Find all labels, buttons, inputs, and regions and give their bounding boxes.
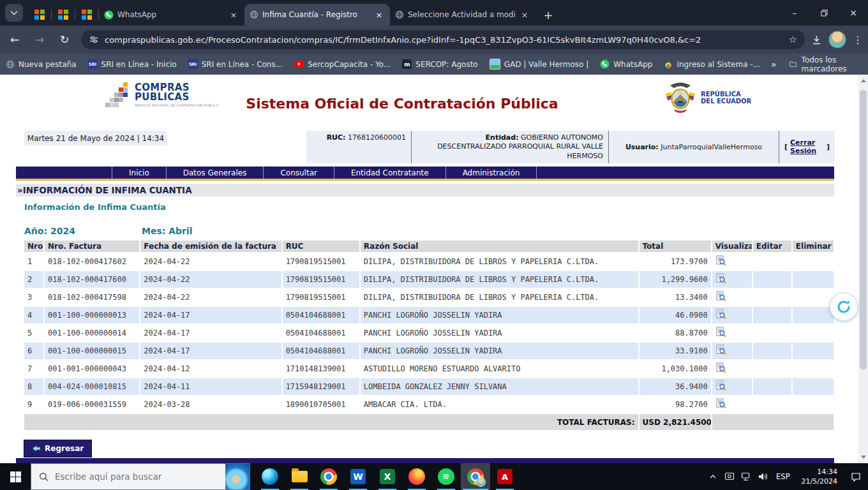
visualizar-button[interactable] xyxy=(715,398,726,411)
forward-button[interactable]: → xyxy=(29,29,50,50)
cell-nro: 6 xyxy=(24,343,43,359)
cell-fecha: 2024-04-17 xyxy=(140,307,281,323)
table-row: 3018-102-0004175982024-04-22179081951500… xyxy=(24,289,834,306)
volume-button[interactable] xyxy=(754,463,771,490)
column-header-editar: Editar xyxy=(753,241,791,252)
cell-total: 88.8700 xyxy=(640,325,711,341)
taskbar-app-edge[interactable] xyxy=(255,463,285,490)
browser-tab-2[interactable]: Infima Cuantía - Registro× xyxy=(244,4,390,26)
bookmark-item-8[interactable]: Ingreso al Sistema -... xyxy=(664,60,760,69)
clock[interactable]: 14:34 21/5/2024 xyxy=(795,467,844,487)
visualizar-button[interactable] xyxy=(715,362,726,375)
menu-item-entidad-contratante[interactable]: Entidad Contratante xyxy=(334,167,445,179)
chevron-down-icon xyxy=(10,10,18,15)
cell-eliminar xyxy=(793,343,834,359)
bookmark-label: WhatsApp xyxy=(613,60,652,69)
search-input[interactable] xyxy=(54,471,225,482)
site-info-icon[interactable] xyxy=(89,34,99,45)
taskbar-app-firefox[interactable] xyxy=(402,463,431,490)
close-window-button[interactable]: × xyxy=(839,0,868,26)
cell-ruc: 0504104688001 xyxy=(283,307,359,323)
visualizar-button[interactable] xyxy=(715,380,726,393)
tab-search-button[interactable] xyxy=(5,4,23,22)
cell-editar xyxy=(753,360,791,377)
menu-item-consultar[interactable]: Consultar xyxy=(263,167,334,179)
cell-eliminar xyxy=(793,378,834,395)
scroll-up-arrow[interactable] xyxy=(858,76,868,85)
total-row: TOTAL FACTURAS:USD 2,821.4500 xyxy=(24,414,834,430)
gold-divider xyxy=(16,179,834,181)
cell-ruc: 1710148139001 xyxy=(283,360,359,377)
table-header-row: NroNro. FacturaFecha de emisión de la fa… xyxy=(24,241,834,252)
scrollbar-thumb[interactable] xyxy=(860,90,867,369)
bookmark-star-icon[interactable]: ☆ xyxy=(789,34,797,45)
bookmark-item-5[interactable]: mSERCOP: Agosto xyxy=(402,59,477,69)
tray-chevron-button[interactable] xyxy=(705,463,721,490)
visualizar-button[interactable] xyxy=(715,273,726,286)
search-highlight-image[interactable] xyxy=(225,464,250,489)
taskbar-search[interactable] xyxy=(31,463,250,490)
floating-widget[interactable] xyxy=(830,293,858,321)
language-indicator[interactable]: ESP xyxy=(771,472,795,481)
menu-item-inicio[interactable]: Inicio xyxy=(112,167,166,179)
cell-total: 13.3400 xyxy=(640,289,711,306)
browser-menu-icon[interactable]: ⋮ xyxy=(853,34,863,46)
logout-suffix: ] xyxy=(827,143,830,151)
ecuador-emblem-icon xyxy=(664,60,673,69)
entity-label: Entidad: xyxy=(486,133,519,142)
network-button[interactable] xyxy=(738,463,754,490)
cell-editar xyxy=(753,396,791,413)
menu-item-administración[interactable]: Administración xyxy=(445,167,537,179)
logout-link[interactable]: Cerrar Sesión xyxy=(790,138,824,155)
visualizar-button[interactable] xyxy=(715,255,726,268)
taskbar-app-chrome-profile[interactable] xyxy=(461,463,490,490)
scroll-down-arrow[interactable] xyxy=(858,452,868,462)
taskbar-app-explorer[interactable] xyxy=(285,463,314,490)
bookmark-item-6[interactable]: GAD | Valle Hermoso | xyxy=(490,59,589,70)
taskbar-app-excel[interactable]: X xyxy=(373,463,402,490)
menu-item-datos-generales[interactable]: Datos Generales xyxy=(166,167,264,179)
tab-close-icon[interactable]: × xyxy=(519,9,530,20)
pinned-tab[interactable] xyxy=(52,4,75,26)
all-bookmarks-button[interactable]: Todos los marcadores xyxy=(789,56,859,73)
taskbar-app-word[interactable]: W xyxy=(343,463,373,490)
tray-app-button[interactable] xyxy=(721,463,738,490)
bookmark-item-1[interactable]: Nueva pestaña xyxy=(6,60,77,69)
visualizar-button[interactable] xyxy=(715,345,726,357)
bookmark-label: Nueva pestaña xyxy=(19,60,77,69)
table-row: 9019-006-0000315592024-03-28189001070500… xyxy=(24,396,834,413)
action-center-button[interactable] xyxy=(844,463,868,490)
downloads-icon[interactable] xyxy=(811,34,822,45)
pinned-tab[interactable] xyxy=(75,4,98,26)
back-button[interactable]: Regresar xyxy=(24,440,92,457)
visualizar-button[interactable] xyxy=(715,309,726,322)
taskbar-app-spotify[interactable] xyxy=(431,463,461,490)
browser-tab-1[interactable]: WhatsApp× xyxy=(99,4,244,26)
visualizar-button[interactable] xyxy=(715,291,726,304)
bookmark-item-4[interactable]: SercopCapacita - Yo... xyxy=(294,60,391,69)
cell-total: 36.9400 xyxy=(640,378,711,395)
month-field: Mes: Abril xyxy=(142,226,193,236)
bookmarks-overflow-button[interactable]: » xyxy=(771,59,777,70)
bookmark-item-2[interactable]: SRISRI en Línea - Inicio xyxy=(88,59,177,69)
back-button[interactable]: ← xyxy=(4,29,25,50)
visualizar-button[interactable] xyxy=(715,327,726,339)
browser-tab-3[interactable]: Seleccione Actividad a modifica× xyxy=(390,4,535,26)
minimize-button[interactable]: – xyxy=(780,0,809,26)
taskbar-app-chrome[interactable] xyxy=(314,463,343,490)
bookmark-item-7[interactable]: WhatsApp xyxy=(600,59,652,69)
new-tab-button[interactable]: + xyxy=(539,6,557,24)
tab-close-icon[interactable]: × xyxy=(228,9,239,20)
taskbar-app-acrobat[interactable]: A xyxy=(490,463,520,490)
restore-button[interactable] xyxy=(809,0,839,26)
user-label: Usuario: xyxy=(625,143,659,151)
bookmark-item-3[interactable]: SRISRI en Línea - Cons... xyxy=(188,59,283,69)
start-button[interactable] xyxy=(0,463,31,490)
address-bar[interactable]: compraspublicas.gob.ec/ProcesoContrataci… xyxy=(81,30,805,49)
reload-button[interactable]: ↻ xyxy=(54,29,75,50)
cell-nro: 7 xyxy=(24,360,43,377)
page-scrollbar[interactable] xyxy=(858,75,868,463)
pinned-tab[interactable] xyxy=(28,4,51,26)
profile-avatar[interactable] xyxy=(828,31,846,48)
tab-close-icon[interactable]: × xyxy=(373,9,385,20)
